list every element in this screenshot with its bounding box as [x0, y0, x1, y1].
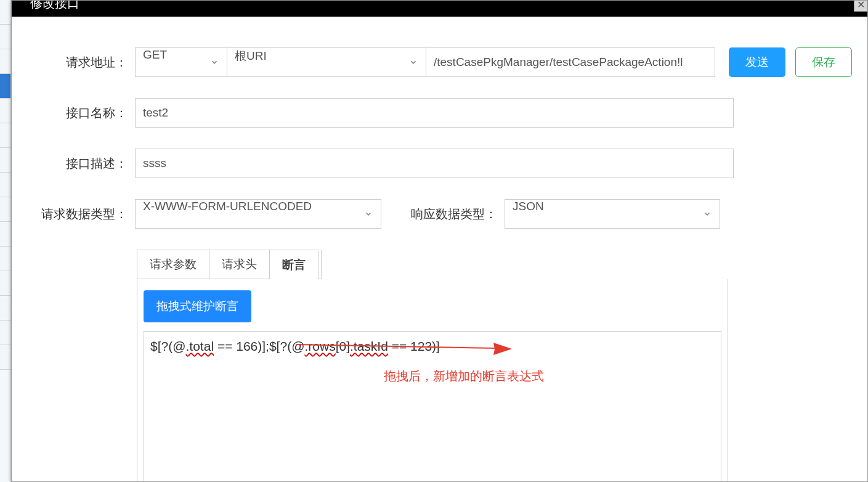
param-tabs-bar: 请求参数 请求头 断言: [137, 250, 322, 279]
dialog-header: 修改接口 ✕: [12, 1, 867, 17]
label-req-data-type: 请求数据类型：: [27, 206, 135, 223]
root-uri-value: 根URI: [227, 47, 426, 77]
label-resp-data-type: 响应数据类型：: [381, 206, 505, 223]
dialog-title: 修改接口: [30, 1, 79, 10]
drag-assertion-button[interactable]: 拖拽式维护断言: [144, 290, 251, 322]
send-button[interactable]: 发送: [729, 47, 785, 77]
tab-request-params[interactable]: 请求参数: [137, 250, 209, 279]
url-path-input[interactable]: [426, 47, 715, 77]
modify-api-dialog: 修改接口 ✕ 请求地址： GET 根URI: [11, 0, 868, 482]
http-method-select[interactable]: GET: [135, 47, 227, 77]
save-button[interactable]: 保存: [795, 47, 852, 77]
label-request-url: 请求地址：: [27, 54, 135, 71]
resp-data-type-select[interactable]: JSON: [505, 199, 720, 229]
row-api-name: 接口名称：: [27, 98, 852, 128]
req-data-type-select[interactable]: X-WWW-FORM-URLENCODED: [135, 199, 381, 229]
tab-assertions[interactable]: 断言: [270, 251, 318, 280]
api-name-input[interactable]: [135, 98, 734, 128]
label-api-name: 接口名称：: [27, 105, 135, 121]
row-data-types: 请求数据类型： X-WWW-FORM-URLENCODED 响应数据类型： JS…: [27, 199, 852, 229]
close-icon: ✕: [857, 1, 865, 10]
tab-panel-assertions: 拖拽式维护断言 $[?(@.total == 166)];$[?(@.rows[…: [137, 279, 728, 481]
tab-request-headers[interactable]: 请求头: [209, 250, 270, 279]
req-data-type-value: X-WWW-FORM-URLENCODED: [135, 199, 381, 229]
dialog-close-button[interactable]: ✕: [854, 1, 867, 12]
http-method-value: GET: [135, 47, 227, 77]
row-request-url: 请求地址： GET 根URI 发送 保存: [27, 47, 852, 77]
api-desc-input[interactable]: [135, 149, 734, 178]
root-uri-select[interactable]: 根URI: [227, 47, 426, 77]
resp-data-type-value: JSON: [505, 199, 720, 229]
dialog-body: 请求地址： GET 根URI 发送 保存: [12, 17, 867, 481]
label-api-desc: 接口描述：: [27, 155, 135, 172]
param-tabs-container: 请求参数 请求头 断言 拖拽式维护断言 $[?(@.total == 166)]…: [137, 250, 728, 481]
assertion-expression-textarea[interactable]: $[?(@.total == 166)];$[?(@.rows[0].taskI…: [144, 331, 721, 481]
background-sidebar-strip: [0, 0, 11, 482]
row-api-desc: 接口描述：: [27, 149, 852, 178]
